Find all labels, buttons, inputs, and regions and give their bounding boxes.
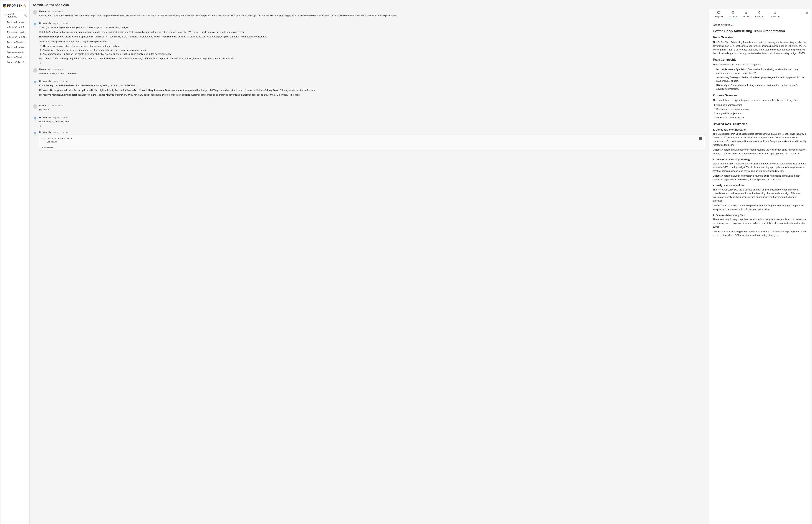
task-heading: 2. Develop Advertising Strategy <box>713 158 807 161</box>
tab-request[interactable]: Request <box>712 11 726 20</box>
logo-icon <box>3 4 6 7</box>
task-output: Output: A detailed market research repor… <box>713 148 807 155</box>
list-item[interactable]: Bourbon Industry St... <box>1 20 29 25</box>
list-item[interactable]: Bourbon Industry Tr... <box>1 45 29 50</box>
chat-column: Sample Coffee Shop Ads NameSep 25, 11:44… <box>30 0 707 524</box>
svg-rect-6 <box>732 12 734 13</box>
message: PromethiaSep 25, 11:44 AM Thank you for … <box>33 22 705 64</box>
list-item[interactable]: Bourbon Trends Re... <box>1 40 29 45</box>
task-output: Output: A detailed advertising strategy … <box>713 174 807 182</box>
svg-point-1 <box>35 69 36 70</box>
message-text: I'm ready to request a new plan (orchest… <box>39 93 705 97</box>
lightbulb-icon <box>758 11 761 14</box>
detail-tabs: Request Proposal Detail Rationale Downlo… <box>709 9 811 20</box>
orchestration-card[interactable]: Orchestration Version 1 ⌃ Completed FILE… <box>39 134 705 151</box>
message-text: Business Description: A local coffee sho… <box>39 35 705 38</box>
list-item[interactable]: Advisor Growth Plan <box>1 25 29 30</box>
svg-point-0 <box>35 12 36 12</box>
message-text: Thank you for sharing details about your… <box>39 26 705 29</box>
message-time: Sep 25, 11:45 AM <box>53 116 68 119</box>
detail-panel: Request Proposal Detail Rationale Downlo… <box>709 9 811 524</box>
task-text: The ROI Analyst reviews the proposed str… <box>713 188 807 203</box>
message: PromethiaSep 25, 11:45 AM Orchestration … <box>33 131 705 151</box>
orchestration-title: Orchestration Version 1 <box>47 137 72 140</box>
task-text: The Advertising Strategist synthesizes a… <box>713 217 807 229</box>
task-heading: 3. Analyze ROI Projections <box>713 184 807 187</box>
proposal-icon <box>731 11 735 14</box>
section-text: The team consists of three specialized a… <box>713 63 807 67</box>
consult-promethia-row[interactable]: Consult Promethia + <box>1 11 29 20</box>
bot-avatar <box>33 131 37 135</box>
logo-text: PROMETHIA <box>7 4 26 7</box>
file-name-label: FILE NAME <box>42 146 702 148</box>
svg-rect-5 <box>718 12 720 13</box>
message-time: Sep 25, 11:44 AM <box>48 10 63 13</box>
task-text: Based on the market research, the Advert… <box>713 162 807 173</box>
tab-detail[interactable]: Detail <box>740 11 752 20</box>
section-text: The team follows a sequential process to… <box>713 98 807 102</box>
page-title: Sample Coffee Shop Ads <box>33 3 705 7</box>
task-heading: 1. Conduct Market Research <box>713 128 807 131</box>
detail-title: Coffee Shop Advertising Team Orchestrati… <box>713 29 807 33</box>
message-time: Sep 25, 11:45 AM <box>53 131 68 133</box>
message-author: Promethia <box>39 80 51 83</box>
collapse-icon[interactable]: ⌃ <box>699 137 702 140</box>
list-icon <box>744 11 748 14</box>
message-text: I'm ready to request a new plan (orchest… <box>39 57 705 61</box>
conversation-list: Bourbon Industry St... Advisor Growth Pl… <box>1 20 29 65</box>
message-text: A few additional pieces of information t… <box>39 40 705 43</box>
composition-list: Market Research Specialist: Responsible … <box>716 68 807 91</box>
message: NameSep 25, 11:45 AM We have locally roa… <box>33 68 705 76</box>
message: NameSep 25, 11:45 AM Go ahead <box>33 104 705 113</box>
download-icon <box>774 11 777 14</box>
message-text: I run a local coffee shop. We want to st… <box>39 14 705 17</box>
message-author: Name <box>39 68 46 71</box>
task-heading: 4. Finalize Advertising Plan <box>713 214 807 216</box>
user-avatar <box>33 104 37 109</box>
message: PromethiaSep 25, 11:45 AM Got it! Locall… <box>33 80 705 100</box>
list-item[interactable]: Salesforce Alerts <box>1 50 29 55</box>
tab-proposal[interactable]: Proposal <box>726 11 740 20</box>
message-author: Promethia <box>39 131 51 134</box>
bot-avatar <box>33 116 37 121</box>
section-heading: Team Overview <box>713 36 807 39</box>
list-item[interactable]: Retirement Lead Gen <box>1 30 29 35</box>
section-text: The Coffee Shop Advertising Team is task… <box>713 40 807 55</box>
chat-icon <box>717 11 720 14</box>
list-item[interactable]: Advisor Growth Tips <box>1 35 29 40</box>
message-text: Business Description: A local coffee sho… <box>39 88 705 92</box>
svg-point-4 <box>44 137 45 138</box>
list-item[interactable]: Bourbon Trends Study <box>1 55 29 60</box>
message-time: Sep 25, 11:45 AM <box>48 104 63 107</box>
new-chat-button[interactable]: + <box>24 14 27 17</box>
sparkle-icon <box>3 14 5 17</box>
user-avatar <box>33 10 37 15</box>
message-author: Name <box>39 10 46 13</box>
speaker-icon[interactable] <box>39 62 42 64</box>
message-time: Sep 25, 11:44 AM <box>53 22 68 24</box>
message-text: We have locally roasted coffee beans. <box>39 72 705 75</box>
message-text: Got it! Locally roasted coffee beans can… <box>39 84 705 87</box>
speaker-icon[interactable] <box>39 98 42 101</box>
speaker-icon[interactable] <box>39 125 42 127</box>
message-time: Sep 25, 11:45 AM <box>53 80 68 82</box>
close-icon[interactable]: ✕ <box>806 12 808 15</box>
people-icon <box>42 137 45 140</box>
message-text: Requesting an Orchestration <box>39 120 705 124</box>
message-time: Sep 25, 11:45 AM <box>48 68 63 70</box>
message: NameSep 25, 11:44 AM I run a local coffe… <box>33 10 705 18</box>
process-list: Conduct market research Develop an adver… <box>716 103 807 120</box>
logo: PROMETHIA <box>1 1 29 11</box>
svg-point-3 <box>43 137 44 138</box>
tab-rationale[interactable]: Rationale <box>752 11 767 20</box>
message: PromethiaSep 25, 11:45 AM Requesting an … <box>33 116 705 127</box>
sidebar: PROMETHIA Consult Promethia + Bourbon In… <box>1 1 30 524</box>
task-output: Output: An ROI analysis report with proj… <box>713 204 807 211</box>
list-item[interactable]: Sample Coffee Sho... <box>1 60 29 65</box>
tab-downloads[interactable]: Downloads <box>767 11 784 20</box>
orchestration-version: Orchestration v1 <box>713 23 807 27</box>
message-list: The primary demographics of your current… <box>43 45 705 56</box>
orchestration-status: Completed <box>47 141 702 143</box>
user-avatar <box>33 68 37 72</box>
task-text: The Market Research Specialist gathers c… <box>713 132 807 147</box>
